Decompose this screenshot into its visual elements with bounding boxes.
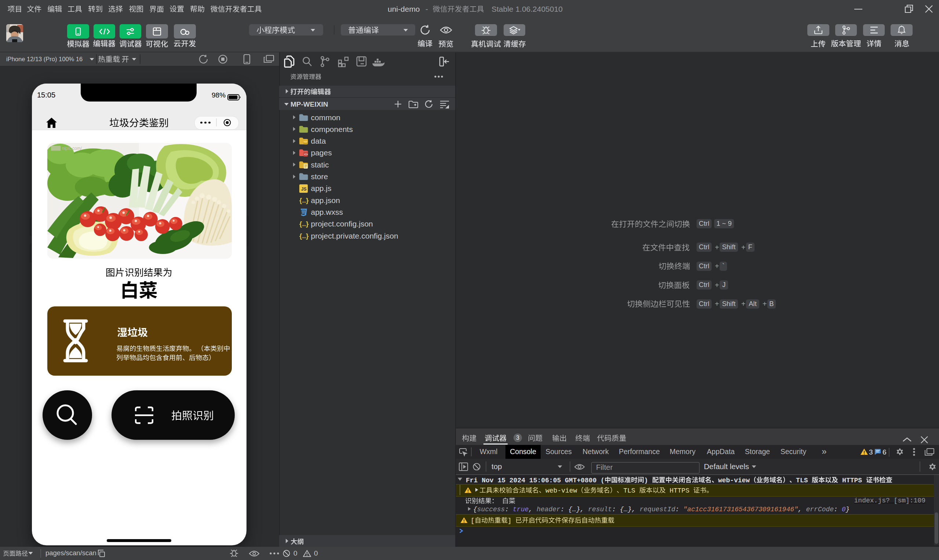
svg-text:nipic.com/: nipic.com/	[62, 146, 82, 151]
svg-text:<>: <>	[304, 152, 308, 156]
svg-text:JS: JS	[301, 186, 307, 192]
